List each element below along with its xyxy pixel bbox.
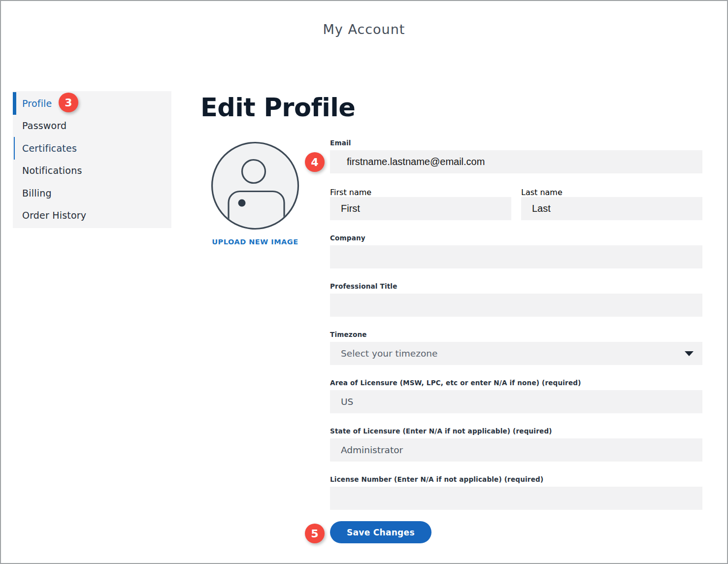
sidebar-item-notifications[interactable]: Notifications	[13, 160, 171, 182]
upload-new-image-link[interactable]: UPLOAD NEW IMAGE	[212, 238, 298, 246]
sidebar-item-certificates[interactable]: Certificates	[13, 137, 171, 160]
email-input[interactable]	[330, 150, 702, 173]
company-input[interactable]	[330, 245, 702, 268]
area-of-licensure-label: Area of Licensure (MSW, LPC, etc or ente…	[330, 379, 702, 386]
sidebar-item-label: Billing	[22, 188, 52, 199]
chevron-down-icon	[685, 351, 694, 356]
professional-title-input[interactable]	[330, 294, 702, 317]
area-of-licensure-field-group: Area of Licensure (MSW, LPC, etc or ente…	[330, 379, 702, 413]
first-name-input[interactable]	[330, 197, 511, 220]
sidebar-item-label: Order History	[22, 210, 86, 221]
sidebar-item-label: Profile	[22, 98, 52, 109]
save-changes-button[interactable]: Save Changes	[330, 521, 431, 543]
timezone-label: Timezone	[330, 331, 702, 338]
sidebar-item-label: Certificates	[22, 143, 77, 154]
sidebar-item-profile[interactable]: Profile	[13, 92, 171, 115]
last-name-label: Last name	[521, 188, 563, 197]
sidebar-item-billing[interactable]: Billing	[13, 182, 171, 204]
first-name-field-group: First name	[330, 188, 511, 220]
license-number-label: License Number (Enter N/A if not applica…	[330, 476, 702, 483]
license-number-field-group: License Number (Enter N/A if not applica…	[330, 476, 702, 510]
state-of-licensure-label: State of Licensure (Enter N/A if not app…	[330, 428, 702, 434]
avatar-section: UPLOAD NEW IMAGE	[210, 140, 300, 246]
annotation-step-3-badge: 3	[59, 93, 78, 112]
timezone-field-group: Timezone Select your timezone	[330, 331, 702, 365]
area-of-licensure-input[interactable]	[330, 390, 702, 413]
last-name-input[interactable]	[521, 197, 702, 220]
form-actions: Save Changes	[330, 521, 702, 543]
state-of-licensure-field-group: State of Licensure (Enter N/A if not app…	[330, 428, 702, 462]
my-account-page: My Account Profile Password Certificates…	[0, 0, 728, 564]
email-field-group: Email	[330, 139, 702, 173]
sidebar-item-order-history[interactable]: Order History	[13, 204, 171, 227]
license-number-input[interactable]	[330, 487, 702, 510]
state-of-licensure-input[interactable]	[330, 438, 702, 462]
avatar-placeholder-icon	[210, 140, 300, 231]
company-field-group: Company	[330, 234, 702, 268]
email-label: Email	[330, 139, 702, 146]
annotation-step-5-badge: 5	[305, 524, 325, 543]
company-label: Company	[330, 234, 702, 241]
account-sidebar: Profile Password Certificates Notificati…	[13, 91, 171, 228]
focus-indicator-bar	[14, 137, 15, 160]
sidebar-item-password[interactable]: Password	[13, 115, 171, 137]
first-name-label: First name	[330, 188, 371, 197]
edit-profile-form: Email First name Last name Company Profe…	[330, 139, 702, 543]
edit-profile-heading: Edit Profile	[200, 94, 355, 122]
active-indicator-bar	[13, 92, 16, 115]
sidebar-item-label: Password	[22, 120, 66, 131]
last-name-field-group: Last name	[521, 188, 702, 220]
timezone-placeholder: Select your timezone	[341, 348, 437, 359]
annotation-step-4-badge: 4	[305, 152, 325, 172]
name-fields-row: First name Last name	[330, 188, 702, 220]
professional-title-label: Professional Title	[330, 283, 702, 290]
page-title: My Account	[1, 22, 727, 37]
timezone-select[interactable]: Select your timezone	[330, 342, 702, 365]
sidebar-item-label: Notifications	[22, 165, 82, 176]
professional-title-field-group: Professional Title	[330, 283, 702, 317]
